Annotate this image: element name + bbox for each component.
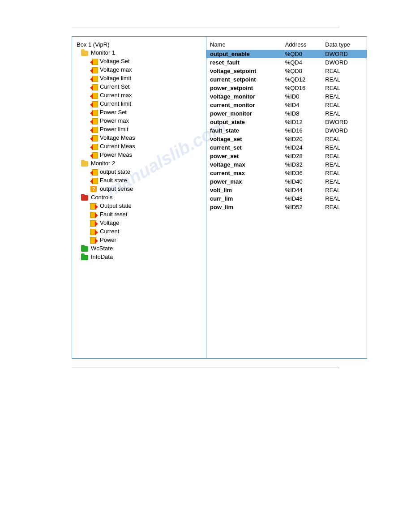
- data-in-icon: [90, 58, 98, 65]
- tree-item-output-sense[interactable]: output sense: [72, 184, 206, 193]
- table-cell-datatype: REAL: [321, 101, 367, 109]
- table-row[interactable]: volt_lim%ID44REAL: [206, 186, 367, 194]
- table-cell-datatype: REAL: [321, 67, 367, 75]
- data-out-icon: [90, 228, 98, 235]
- data-in-icon: [90, 92, 98, 99]
- table-row[interactable]: output_enable%QD0DWORD: [206, 50, 367, 58]
- table-row[interactable]: output_state%ID12DWORD: [206, 118, 367, 126]
- table-row[interactable]: current_set%ID24REAL: [206, 143, 367, 152]
- table-row[interactable]: voltage_set%ID20REAL: [206, 135, 367, 143]
- table-row[interactable]: power_max%ID40REAL: [206, 177, 367, 186]
- tree-group-monitor2[interactable]: Monitor 2: [72, 159, 206, 167]
- table-cell-address: %ID4: [282, 101, 322, 109]
- table-cell-address: %ID52: [282, 203, 322, 211]
- table-cell-name: power_max: [206, 177, 282, 186]
- top-divider: [72, 27, 339, 27]
- table-cell-name: voltage_max: [206, 160, 282, 169]
- tree-root[interactable]: Box 1 (VipR): [72, 40, 206, 48]
- folder-green-icon: [81, 253, 89, 261]
- folder-green-icon: [81, 245, 89, 252]
- tree-item-power-set[interactable]: Power Set: [72, 108, 206, 116]
- data-in-icon: [90, 83, 98, 90]
- folder-yellow-icon: [81, 49, 89, 56]
- table-cell-name: output_enable: [206, 50, 282, 58]
- data-in-icon: [90, 109, 98, 116]
- item-label: Current limit: [100, 100, 131, 107]
- table-cell-address: %QD4: [282, 58, 322, 67]
- table-cell-datatype: REAL: [321, 169, 367, 177]
- table-cell-name: current_setpoint: [206, 75, 282, 84]
- table-row[interactable]: current_max%ID36REAL: [206, 169, 367, 177]
- tree-item-voltage-set[interactable]: Voltage Set: [72, 57, 206, 65]
- table-row[interactable]: fault_state%ID16DWORD: [206, 126, 367, 135]
- table-row[interactable]: reset_fault%QD4DWORD: [206, 58, 367, 67]
- tree-group-monitor1[interactable]: Monitor 1: [72, 48, 206, 57]
- table-cell-datatype: REAL: [321, 92, 367, 101]
- table-cell-name: power_monitor: [206, 109, 282, 118]
- table-cell-name: output_state: [206, 118, 282, 126]
- tree-group-wcstate[interactable]: WcState: [72, 244, 206, 253]
- tree-group-infodata[interactable]: InfoData: [72, 253, 206, 261]
- table-row[interactable]: power_monitor%ID8REAL: [206, 109, 367, 118]
- table-row[interactable]: current_monitor%ID4REAL: [206, 101, 367, 109]
- data-out-icon: [90, 202, 98, 210]
- tree-item-voltage-max[interactable]: Voltage max: [72, 65, 206, 74]
- table-cell-datatype: DWORD: [321, 58, 367, 67]
- monitor2-label: Monitor 2: [91, 160, 115, 167]
- item-label: Output state: [100, 202, 132, 209]
- table-cell-datatype: REAL: [321, 75, 367, 84]
- data-out-icon: [90, 219, 98, 227]
- tree-item-power-meas[interactable]: Power Meas: [72, 150, 206, 159]
- table-cell-name: current_max: [206, 169, 282, 177]
- tree-item-current-max[interactable]: Current max: [72, 91, 206, 99]
- data-in-icon: [90, 134, 98, 142]
- tree-item-power-limit[interactable]: Power limit: [72, 125, 206, 133]
- main-table: Box 1 (VipR) Monitor 1 Voltage Set Volta…: [72, 36, 367, 359]
- right-panel: Name Address Data type output_enable%QD0…: [206, 37, 367, 358]
- table-cell-address: %ID40: [282, 177, 322, 186]
- tree-item-fault-reset[interactable]: Fault reset: [72, 210, 206, 219]
- table-cell-address: %ID0: [282, 92, 322, 101]
- tree-item-fault-state[interactable]: Fault state: [72, 176, 206, 184]
- tree-item-current-limit[interactable]: Current limit: [72, 99, 206, 108]
- tree-item-voltage[interactable]: Voltage: [72, 219, 206, 227]
- table-cell-address: %ID8: [282, 109, 322, 118]
- tree-item-current-meas[interactable]: Current Meas: [72, 142, 206, 150]
- tree-item-current[interactable]: Current: [72, 227, 206, 236]
- table-cell-datatype: REAL: [321, 84, 367, 92]
- tree-item-voltage-meas[interactable]: Voltage Meas: [72, 133, 206, 142]
- table-row[interactable]: curr_lim%ID48REAL: [206, 194, 367, 203]
- table-row[interactable]: pow_lim%ID52REAL: [206, 203, 367, 211]
- tree-item-current-set[interactable]: Current Set: [72, 82, 206, 91]
- item-label: Fault state: [100, 177, 127, 184]
- item-label: Power Meas: [100, 151, 132, 158]
- item-label: Fault reset: [100, 211, 127, 218]
- table-row[interactable]: current_setpoint%QD12REAL: [206, 75, 367, 84]
- table-cell-address: %ID12: [282, 118, 322, 126]
- item-label: Power max: [100, 117, 129, 124]
- tree-item-voltage-limit[interactable]: Voltage limit: [72, 74, 206, 82]
- table-cell-name: current_set: [206, 143, 282, 152]
- table-row[interactable]: voltage_monitor%ID0REAL: [206, 92, 367, 101]
- tree-item-output-state-ctrl[interactable]: Output state: [72, 202, 206, 210]
- tree-item-output-state[interactable]: output state: [72, 167, 206, 176]
- table-row[interactable]: power_set%ID28REAL: [206, 152, 367, 160]
- table-cell-datatype: REAL: [321, 177, 367, 186]
- table-cell-name: pow_lim: [206, 203, 282, 211]
- table-cell-address: %QD12: [282, 75, 322, 84]
- tree-group-controls[interactable]: Controls: [72, 193, 206, 202]
- item-label: Voltage Set: [100, 58, 130, 64]
- table-cell-address: %ID44: [282, 186, 322, 194]
- table-cell-address: %ID32: [282, 160, 322, 169]
- controls-label: Controls: [91, 194, 112, 201]
- table-cell-address: %QD8: [282, 67, 322, 75]
- table-cell-address: %QD16: [282, 84, 322, 92]
- table-row[interactable]: voltage_max%ID32REAL: [206, 160, 367, 169]
- table-cell-datatype: REAL: [321, 109, 367, 118]
- item-label: Power limit: [100, 126, 128, 133]
- item-label: output state: [100, 168, 130, 175]
- table-row[interactable]: voltage_setpoint%QD8REAL: [206, 67, 367, 75]
- table-row[interactable]: power_setpoint%QD16REAL: [206, 84, 367, 92]
- tree-item-power-max[interactable]: Power max: [72, 116, 206, 125]
- tree-item-power[interactable]: Power: [72, 236, 206, 244]
